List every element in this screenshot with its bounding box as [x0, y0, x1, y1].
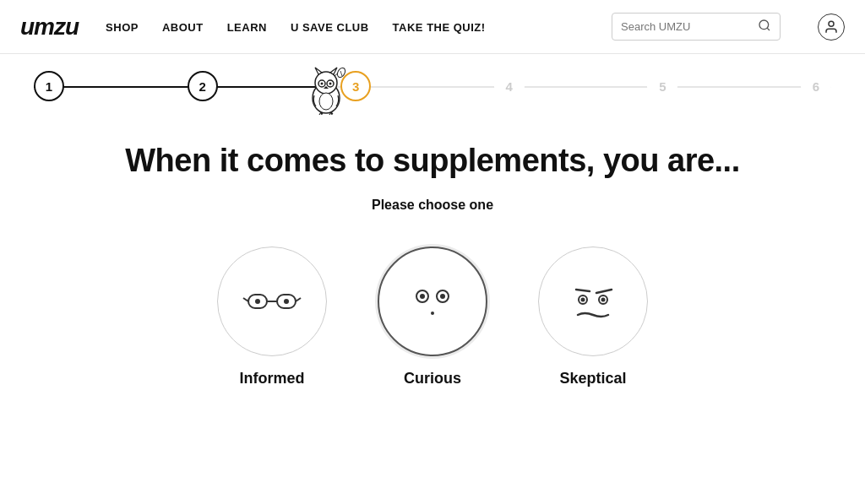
search-bar[interactable] [612, 13, 781, 41]
step-2: 2 [188, 71, 218, 101]
svg-line-1 [767, 28, 770, 30]
option-skeptical[interactable]: Skeptical [538, 247, 648, 387]
step-1-number: 1 [34, 71, 64, 101]
nav-links: SHOP ABOUT LEARN U SAVE CLUB TAKE THE QU… [106, 19, 486, 35]
navbar: umzu SHOP ABOUT LEARN U SAVE CLUB TAKE T… [0, 0, 865, 54]
step-5-number: 5 [647, 71, 677, 101]
svg-point-25 [431, 312, 434, 315]
svg-point-2 [829, 21, 834, 26]
options-row: Informed Curious [17, 247, 848, 387]
step-1: 1 [34, 71, 64, 101]
choose-label: Please choose one [17, 198, 848, 213]
svg-line-26 [576, 290, 590, 291]
owl-mascot [304, 66, 348, 118]
svg-point-9 [320, 83, 323, 85]
logo[interactable]: umzu [20, 14, 79, 41]
svg-point-19 [255, 299, 260, 304]
svg-marker-5 [315, 68, 322, 74]
svg-point-30 [581, 297, 585, 301]
svg-point-12 [319, 93, 333, 110]
option-curious-circle[interactable] [378, 247, 487, 356]
option-curious[interactable]: Curious [378, 247, 487, 387]
nav-item-about[interactable]: ABOUT [162, 19, 204, 35]
step-4: 4 [494, 71, 525, 101]
search-icon [758, 19, 771, 35]
search-input[interactable] [621, 20, 753, 33]
svg-line-17 [243, 298, 248, 301]
svg-point-10 [329, 83, 331, 85]
account-icon[interactable] [818, 14, 845, 41]
svg-point-31 [601, 297, 606, 301]
option-curious-label: Curious [404, 370, 461, 387]
progress-section: 1 2 3 4 5 6 [0, 54, 865, 108]
svg-point-20 [284, 299, 289, 304]
option-skeptical-circle[interactable] [538, 247, 648, 356]
nav-item-u-save-club[interactable]: U SAVE CLUB [291, 19, 369, 35]
svg-line-27 [596, 290, 612, 293]
step-2-number: 2 [188, 71, 218, 101]
nav-item-take-quiz[interactable]: TAKE THE QUIZ! [393, 19, 486, 35]
option-informed-circle[interactable] [217, 247, 327, 356]
option-informed-label: Informed [239, 370, 304, 387]
step-5: 5 [647, 71, 677, 101]
nav-item-shop[interactable]: SHOP [106, 19, 139, 35]
svg-point-0 [759, 20, 769, 30]
step-6-number: 6 [801, 71, 831, 101]
quiz-question: When it comes to supplements, you are... [17, 142, 848, 181]
step-6: 6 [801, 71, 831, 101]
svg-line-18 [296, 298, 301, 301]
option-skeptical-label: Skeptical [559, 370, 626, 387]
steps-container: 1 2 3 4 5 6 [34, 71, 831, 101]
option-informed[interactable]: Informed [217, 247, 327, 387]
nav-item-learn[interactable]: LEARN [227, 19, 267, 35]
quiz-section: When it comes to supplements, you are...… [0, 108, 865, 421]
svg-marker-6 [330, 68, 337, 74]
svg-point-24 [440, 294, 445, 299]
step-4-number: 4 [494, 71, 525, 101]
svg-point-23 [420, 294, 425, 299]
progress-track: 1 2 3 4 5 6 [34, 71, 831, 108]
